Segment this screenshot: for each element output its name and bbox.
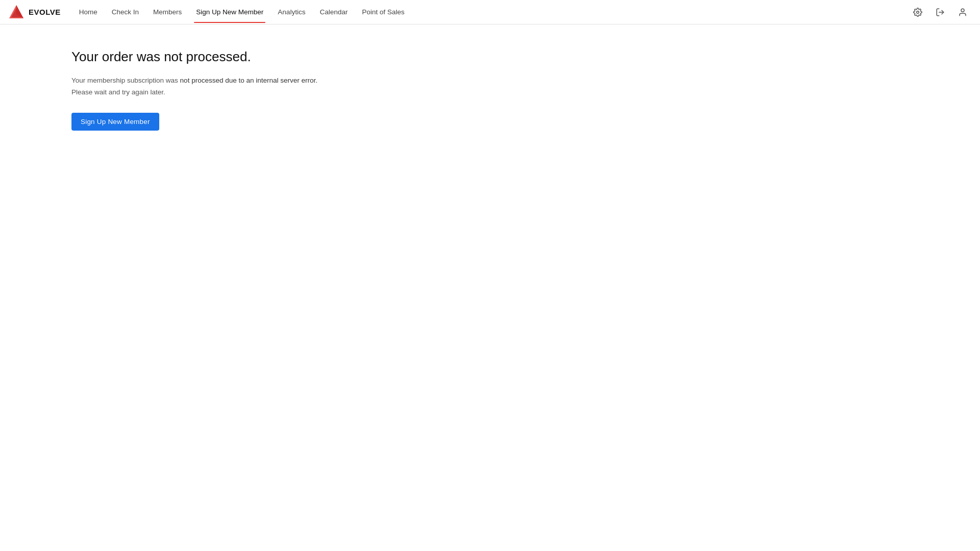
navbar: EVOLVE Home Check In Members Sign Up New…	[0, 0, 980, 24]
nav-sign-up-new-member[interactable]: Sign Up New Member	[190, 1, 270, 23]
logo-icon	[8, 4, 24, 20]
nav-home[interactable]: Home	[73, 1, 104, 23]
nav-calendar[interactable]: Calendar	[313, 1, 354, 23]
logout-button[interactable]	[931, 3, 949, 21]
signup-new-member-button[interactable]: Sign Up New Member	[71, 113, 159, 131]
error-description-line2: Please wait and try again later.	[71, 88, 165, 96]
nav-check-in[interactable]: Check In	[106, 1, 145, 23]
svg-point-3	[917, 11, 919, 13]
main-content: Your order was not processed. Your membe…	[0, 24, 980, 155]
settings-button[interactable]	[909, 3, 927, 21]
error-description-highlight: not processed due to an internal server …	[180, 77, 317, 84]
user-profile-button[interactable]	[953, 3, 972, 21]
error-title: Your order was not processed.	[71, 49, 909, 65]
error-description-line1: Your membership subscription was	[71, 77, 180, 84]
nav-links: Home Check In Members Sign Up New Member…	[73, 1, 909, 23]
error-description: Your membership subscription was not pro…	[71, 75, 909, 98]
nav-analytics[interactable]: Analytics	[272, 1, 311, 23]
navbar-actions	[909, 3, 972, 21]
brand-logo[interactable]: EVOLVE	[8, 4, 61, 20]
logout-icon	[936, 8, 945, 17]
brand-name: EVOLVE	[29, 8, 61, 16]
gear-icon	[913, 8, 922, 17]
nav-members[interactable]: Members	[147, 1, 188, 23]
svg-point-5	[961, 9, 964, 12]
nav-point-of-sales[interactable]: Point of Sales	[356, 1, 410, 23]
user-icon	[958, 8, 967, 17]
